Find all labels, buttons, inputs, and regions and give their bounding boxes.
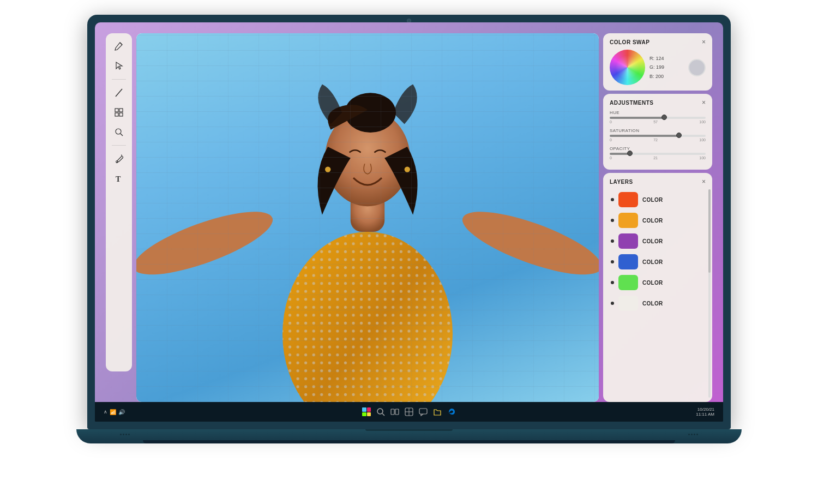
- svg-text:T: T: [116, 175, 121, 183]
- svg-rect-3: [119, 109, 123, 112]
- taskbar-task-view[interactable]: [390, 407, 400, 417]
- speaker-dot: [128, 434, 130, 435]
- layer-bullet-2: [611, 239, 614, 243]
- selection-tool[interactable]: [111, 58, 127, 74]
- speaker-dot: [694, 434, 695, 435]
- taskbar-right: 10/20/21 11:11 AM: [696, 407, 714, 417]
- taskbar-chat[interactable]: [418, 407, 428, 417]
- windows-logo: [362, 407, 371, 416]
- opacity-numbers: 0 21 100: [610, 156, 706, 160]
- screen-bezel: T: [95, 22, 723, 422]
- layer-item-1[interactable]: COLOR: [610, 210, 706, 231]
- layers-panel: LAYERS × COLOR COLOR COLOR COLOR: [603, 173, 712, 402]
- laptop-base: [76, 429, 742, 443]
- saturation-label: SATURATION: [610, 128, 706, 133]
- layers-scrollbar[interactable]: [708, 189, 711, 398]
- saturation-numbers: 0 72 100: [610, 138, 706, 142]
- tool-divider-2: [112, 145, 126, 146]
- speaker-left: [120, 434, 130, 435]
- laptop: T: [55, 15, 763, 489]
- eyedropper-tool[interactable]: [111, 151, 127, 166]
- layer-color-swatch-0: [618, 192, 638, 207]
- speaker-right: [688, 434, 698, 435]
- taskbar-datetime[interactable]: 10/20/21 11:11 AM: [696, 407, 714, 417]
- layer-item-3[interactable]: COLOR: [610, 251, 706, 272]
- app-window: T: [106, 33, 712, 402]
- layer-bullet-3: [611, 260, 614, 263]
- layer-bullet-4: [611, 281, 614, 284]
- type-tool[interactable]: T: [111, 171, 127, 186]
- layers-close[interactable]: ×: [702, 178, 706, 185]
- taskbar-widgets[interactable]: [404, 407, 414, 417]
- right-panels: COLOR SWAP × R: 124 G: 199 B: 200: [603, 33, 712, 402]
- hue-label: HUE: [610, 110, 706, 115]
- color-swap-header: COLOR SWAP ×: [610, 39, 706, 45]
- hue-numbers: 0 57 100: [610, 120, 706, 124]
- opacity-label: OPACITY: [610, 146, 706, 151]
- saturation-slider-group: SATURATION 0 72 100: [610, 128, 706, 142]
- svg-point-20: [377, 409, 383, 414]
- tool-divider-1: [112, 79, 126, 80]
- saturation-fill: [610, 135, 679, 137]
- svg-point-6: [116, 129, 121, 134]
- brick-texture: [136, 33, 599, 402]
- speaker-dot: [125, 434, 127, 435]
- svg-rect-22: [391, 409, 394, 415]
- layer-label-2: COLOR: [642, 238, 663, 244]
- taskbar-file-explorer[interactable]: [432, 407, 442, 417]
- chevron-up-icon[interactable]: ∧: [104, 409, 107, 415]
- svg-rect-4: [115, 113, 118, 116]
- color-wheel[interactable]: [610, 50, 645, 85]
- layer-item-5[interactable]: COLOR: [610, 293, 706, 314]
- layer-bullet-1: [611, 219, 614, 222]
- layers-title: LAYERS: [610, 179, 633, 185]
- speaker-dot: [120, 434, 122, 435]
- layer-item-2[interactable]: COLOR: [610, 231, 706, 251]
- opacity-thumb: [627, 151, 633, 156]
- svg-line-7: [121, 134, 123, 136]
- adjustments-panel: ADJUSTMENTS × HUE: [603, 94, 712, 170]
- canvas-image: [136, 33, 599, 402]
- layer-color-swatch-4: [618, 275, 638, 290]
- speaker-dot: [696, 434, 698, 435]
- layer-bullet-0: [611, 198, 614, 201]
- canvas-area[interactable]: [136, 33, 599, 402]
- wifi-icon[interactable]: 📶: [110, 409, 116, 415]
- rgb-values: R: 124 G: 199 B: 200: [649, 54, 684, 81]
- volume-icon[interactable]: 🔊: [118, 409, 125, 415]
- taskbar-search-button[interactable]: [376, 407, 386, 417]
- svg-rect-5: [119, 113, 123, 116]
- opacity-track[interactable]: [610, 153, 706, 155]
- adjustments-title: ADJUSTMENTS: [610, 100, 654, 106]
- svg-line-1: [116, 89, 122, 97]
- layer-label-4: COLOR: [642, 280, 663, 286]
- saturation-track[interactable]: [610, 135, 706, 137]
- hue-track[interactable]: [610, 117, 706, 119]
- layers-header: LAYERS ×: [610, 178, 706, 185]
- layer-item-4[interactable]: COLOR: [610, 272, 706, 293]
- pen-tool[interactable]: [111, 39, 127, 54]
- hinge-line: [365, 429, 453, 431]
- layer-item-0[interactable]: COLOR: [610, 189, 706, 210]
- hue-fill: [610, 117, 664, 119]
- layers-list: COLOR COLOR COLOR COLOR COLOR COLOR: [610, 189, 706, 314]
- line-tool[interactable]: [111, 85, 127, 100]
- layer-label-0: COLOR: [642, 197, 663, 203]
- layer-label-5: COLOR: [642, 301, 663, 307]
- hue-thumb: [661, 115, 667, 120]
- layer-color-swatch-2: [618, 233, 638, 249]
- adjustments-close[interactable]: ×: [702, 99, 706, 106]
- opacity-slider-group: OPACITY 0 21 100: [610, 146, 706, 160]
- adjustments-header: ADJUSTMENTS ×: [610, 99, 706, 106]
- hue-slider-group: HUE 0 57 100: [610, 110, 706, 124]
- svg-rect-27: [419, 409, 427, 414]
- windows-start-button[interactable]: [362, 407, 371, 417]
- grid-tool[interactable]: [111, 105, 127, 120]
- layer-label-3: COLOR: [642, 259, 663, 265]
- r-value: R: 124: [649, 54, 684, 63]
- color-swap-title: COLOR SWAP: [610, 39, 649, 45]
- taskbar-edge[interactable]: [447, 407, 456, 417]
- color-swap-close[interactable]: ×: [702, 39, 706, 45]
- color-preview-swatch[interactable]: [688, 59, 706, 76]
- zoom-tool[interactable]: [111, 124, 127, 140]
